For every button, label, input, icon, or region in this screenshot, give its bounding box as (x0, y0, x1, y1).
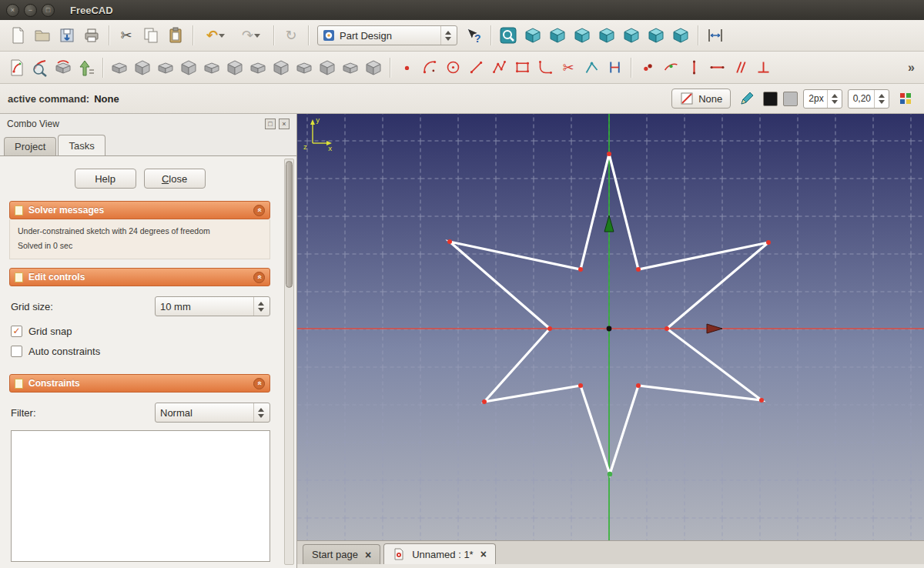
help-button[interactable]: Help (75, 169, 136, 189)
constraints-header[interactable]: Constraints « (9, 374, 270, 393)
save-button[interactable] (55, 24, 79, 47)
edit-sketch-button[interactable] (29, 57, 51, 79)
close-tab-icon[interactable]: × (365, 550, 371, 560)
3d-viewport[interactable]: y x z (297, 114, 924, 540)
external-geometry-button[interactable] (581, 57, 602, 79)
line-color-swatch[interactable] (763, 92, 778, 106)
auto-constraints-checkbox[interactable]: ✓ (11, 346, 22, 357)
new-document-button[interactable] (6, 24, 29, 47)
new-sketch-button[interactable] (6, 57, 28, 79)
solver-messages-header[interactable]: Solver messages « (9, 201, 270, 219)
collapse-button[interactable]: « (253, 378, 265, 389)
create-point-button[interactable] (396, 57, 417, 79)
create-rectangle-button[interactable] (511, 57, 533, 79)
right-view-button[interactable] (595, 24, 618, 47)
horizontal-constraint-button[interactable] (706, 57, 728, 79)
edit-mode-button[interactable] (736, 88, 758, 109)
copy-button[interactable] (139, 24, 162, 47)
create-circle-button[interactable] (442, 57, 464, 79)
fillet-button[interactable] (201, 57, 223, 79)
workbench-selector[interactable]: Part Design (317, 25, 457, 45)
rear-view-button[interactable] (620, 24, 643, 47)
grid-snap-checkbox[interactable]: ✓ (11, 326, 22, 337)
leave-sketch-button[interactable] (75, 57, 97, 79)
edit-controls-header[interactable]: Edit controls « (9, 268, 270, 286)
parallel-constraint-button[interactable] (729, 57, 751, 79)
constraint-filter-select[interactable]: Normal (155, 403, 270, 423)
carbon-copy-button[interactable] (604, 57, 625, 79)
window-close-button[interactable]: × (6, 4, 19, 17)
chamfer-button[interactable] (224, 57, 246, 79)
collapse-button[interactable]: « (253, 272, 265, 283)
origin-point[interactable] (607, 326, 612, 332)
multitransform-button[interactable] (363, 57, 384, 79)
bottom-view-button[interactable] (644, 24, 668, 47)
top-view-button[interactable] (571, 24, 594, 47)
point-on-object-button[interactable] (660, 57, 681, 79)
close-button[interactable]: Close (144, 169, 206, 189)
trim-edge-button[interactable]: ✂ (557, 57, 579, 79)
vertical-constraint-button[interactable] (683, 57, 705, 79)
panel-scrollbar[interactable] (284, 159, 294, 565)
paste-button[interactable] (164, 24, 187, 47)
grid-size-arrows[interactable] (253, 297, 268, 316)
scaled-button[interactable] (340, 57, 361, 79)
point-size-spinner[interactable]: 0,20 (848, 89, 889, 109)
color-settings-button[interactable] (895, 88, 916, 109)
window-minimize-button[interactable]: − (24, 4, 37, 17)
undo-dropdown-caret[interactable] (219, 34, 225, 38)
open-file-button[interactable] (31, 24, 54, 47)
print-button[interactable] (80, 24, 103, 47)
dock-close-button[interactable]: × (279, 119, 290, 129)
revolution-button[interactable] (155, 57, 176, 79)
grid-size-select[interactable]: 10 mm (155, 296, 270, 316)
appearance-none-button[interactable]: None (671, 89, 731, 109)
sketch-canvas[interactable] (297, 114, 924, 540)
whats-this-button[interactable] (462, 24, 485, 47)
groove-button[interactable] (178, 57, 199, 79)
undo-button[interactable]: ↶ (199, 24, 233, 47)
pocket-button[interactable] (132, 57, 153, 79)
workbench-spinner[interactable] (440, 26, 455, 45)
cut-button[interactable]: ✂ (115, 24, 138, 47)
constraints-list[interactable] (11, 430, 270, 562)
close-tab-icon[interactable]: × (480, 549, 487, 560)
front-view-button[interactable] (546, 24, 569, 47)
refresh-button[interactable]: ↻ (280, 24, 303, 47)
redo-button[interactable]: ↷ (234, 24, 268, 47)
filter-arrows[interactable] (253, 403, 268, 422)
linear-pattern-button[interactable] (293, 57, 315, 79)
measure-distance-button[interactable] (704, 24, 727, 47)
left-view-button[interactable] (669, 24, 692, 47)
tab-start-page[interactable]: Start page × (303, 544, 380, 564)
tab-tasks[interactable]: Tasks (58, 135, 105, 155)
fill-color-swatch[interactable] (783, 92, 798, 106)
draft-button[interactable] (247, 57, 269, 79)
fit-all-button[interactable] (497, 24, 520, 47)
map-sketch-button[interactable] (52, 57, 74, 79)
tab-unnamed-document[interactable]: Unnamed : 1* × (383, 543, 496, 564)
create-line-button[interactable] (465, 57, 487, 79)
tab-project[interactable]: Project (4, 137, 56, 155)
point-size-arrows[interactable] (874, 90, 889, 108)
polar-pattern-button[interactable] (316, 57, 338, 79)
titlebar[interactable]: × − □ FreeCAD (0, 0, 924, 20)
collapse-button[interactable]: « (253, 205, 265, 216)
coincident-vertex[interactable] (608, 472, 612, 476)
coincident-constraint-button[interactable] (637, 57, 658, 79)
panel-scrollbar-handle[interactable] (286, 161, 293, 288)
dock-float-button[interactable]: □ (265, 119, 276, 129)
perpendicular-constraint-button[interactable] (752, 57, 774, 79)
auto-constraints-row[interactable]: ✓ Auto constraints (11, 346, 270, 357)
sketch-fillet-button[interactable] (534, 57, 556, 79)
toolbar-overflow-icon[interactable]: » (905, 61, 918, 75)
line-width-spinner[interactable]: 2px (803, 89, 842, 109)
grid-snap-row[interactable]: ✓ Grid snap (11, 326, 270, 337)
pad-button[interactable] (109, 57, 130, 79)
window-maximize-button[interactable]: □ (42, 4, 55, 17)
redo-dropdown-caret[interactable] (254, 34, 260, 38)
mirrored-button[interactable] (270, 57, 292, 79)
line-width-arrows[interactable] (827, 90, 842, 108)
axonometric-view-button[interactable] (521, 24, 544, 47)
combo-view-titlebar[interactable]: Combo View □ × (0, 114, 296, 134)
